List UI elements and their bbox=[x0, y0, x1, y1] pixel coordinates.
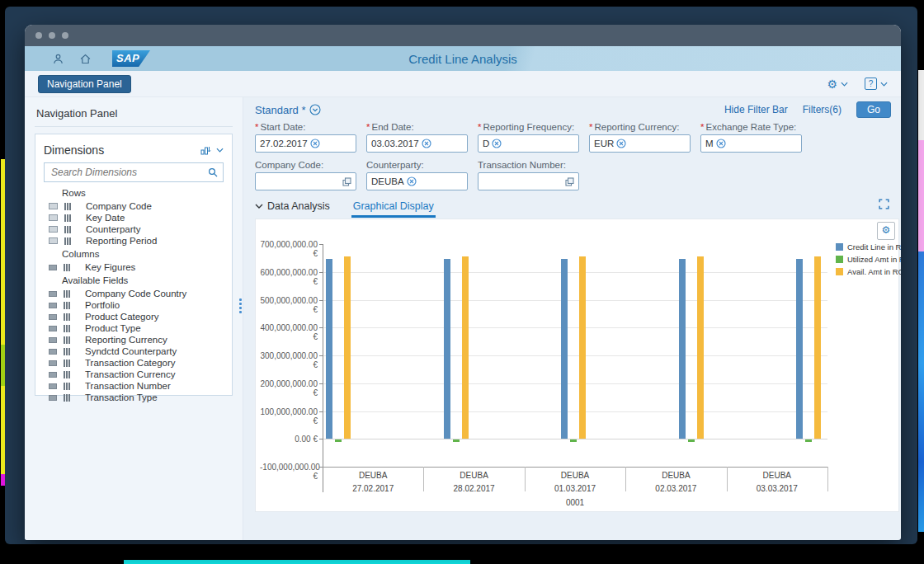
token-remove-icon[interactable] bbox=[616, 139, 626, 148]
window-control-dot[interactable] bbox=[62, 32, 68, 39]
nav-field-item[interactable]: Transaction Category bbox=[44, 357, 224, 369]
go-button[interactable]: Go bbox=[856, 101, 891, 118]
value-help-icon[interactable] bbox=[565, 177, 574, 186]
nav-field-item[interactable]: Key Date bbox=[44, 212, 224, 223]
y-axis-label: 100,000,000.00 € bbox=[260, 407, 318, 425]
nav-field-item[interactable]: Transaction Currency bbox=[44, 369, 224, 380]
splitter-handle[interactable] bbox=[239, 298, 242, 313]
help-menu[interactable]: ? bbox=[865, 78, 888, 90]
token-text: 03.03.2017 bbox=[371, 139, 419, 148]
x-axis-date-label: 01.03.2017 bbox=[525, 484, 625, 493]
legend-item[interactable]: Avail. Amt in RC bbox=[836, 267, 901, 276]
field-group-label: Columns bbox=[44, 248, 224, 260]
bar-segment[interactable] bbox=[805, 439, 812, 442]
field-label: Key Figures bbox=[85, 262, 135, 272]
filter-field-label: *End Date: bbox=[366, 122, 468, 132]
field-label: Product Type bbox=[85, 323, 141, 333]
bar-segment[interactable] bbox=[679, 259, 686, 439]
dimensions-search[interactable] bbox=[44, 162, 224, 182]
token-remove-icon[interactable] bbox=[716, 139, 726, 148]
bar-segment[interactable] bbox=[688, 439, 695, 442]
token-remove-icon[interactable] bbox=[310, 139, 320, 148]
dimension-icon bbox=[64, 371, 70, 378]
bar-segment[interactable] bbox=[814, 256, 821, 439]
search-input[interactable] bbox=[50, 166, 208, 179]
nav-field-item[interactable]: Transaction Type bbox=[44, 392, 224, 403]
window-titlebar[interactable] bbox=[25, 25, 901, 46]
token-remove-icon[interactable] bbox=[407, 176, 417, 186]
settings-menu[interactable]: ⚙ bbox=[827, 78, 848, 90]
gridline bbox=[323, 272, 827, 273]
token-remove-icon[interactable] bbox=[422, 139, 431, 148]
dimension-icon bbox=[64, 348, 70, 355]
nav-field-item[interactable]: Reporting Currency bbox=[44, 334, 224, 345]
nav-field-item[interactable]: Portfolio bbox=[44, 299, 224, 311]
measure-icon bbox=[49, 314, 57, 320]
legend-item[interactable]: Utilized Amt in RC bbox=[836, 255, 901, 264]
gear-icon[interactable]: ⚙ bbox=[827, 78, 837, 90]
bar-segment[interactable] bbox=[444, 259, 450, 439]
hide-filter-bar-link[interactable]: Hide Filter Bar bbox=[724, 104, 788, 115]
filter-input[interactable]: 27.02.2017 bbox=[255, 134, 356, 153]
nav-field-item[interactable]: Product Category bbox=[44, 311, 224, 322]
variant-selector[interactable]: Standard * bbox=[255, 104, 305, 116]
filter-input[interactable]: M bbox=[700, 134, 802, 153]
help-icon[interactable]: ? bbox=[865, 78, 877, 90]
window-control-dot[interactable] bbox=[35, 32, 42, 39]
legend-item[interactable]: Credit Line in RC bbox=[836, 242, 901, 251]
value-help-icon[interactable] bbox=[342, 177, 351, 186]
filter-field-label: *Reporting Currency: bbox=[589, 122, 691, 132]
filter-field: Transaction Number: bbox=[478, 160, 579, 190]
filters-link[interactable]: Filters(6) bbox=[803, 104, 842, 115]
navigation-panel-button[interactable]: Navigation Panel bbox=[38, 75, 131, 93]
filter-input[interactable] bbox=[478, 172, 579, 190]
filter-input[interactable]: D bbox=[478, 134, 579, 153]
dimension-icon bbox=[64, 203, 71, 210]
filter-token: 03.03.2017 bbox=[371, 139, 431, 148]
bar-segment[interactable] bbox=[579, 256, 586, 439]
token-remove-icon[interactable] bbox=[492, 139, 502, 148]
dimensions-settings-icon[interactable] bbox=[200, 146, 211, 155]
bar-segment[interactable] bbox=[453, 439, 460, 442]
bar-segment[interactable] bbox=[570, 439, 577, 442]
field-group-label: Available Fields bbox=[44, 275, 224, 286]
nav-field-item[interactable]: Transaction Number bbox=[44, 380, 224, 392]
fullscreen-icon[interactable] bbox=[879, 198, 889, 218]
tab-graphical-display[interactable]: Graphical Display bbox=[351, 200, 436, 218]
bar-segment[interactable] bbox=[561, 259, 568, 439]
field-label: Reporting Period bbox=[86, 236, 157, 246]
bar-segment[interactable] bbox=[335, 439, 342, 442]
legend-color-swatch bbox=[836, 256, 843, 263]
data-analysis-section-toggle[interactable]: Data Analysis bbox=[255, 200, 330, 218]
filter-input[interactable]: DEUBA bbox=[366, 172, 468, 190]
variant-select-icon[interactable] bbox=[309, 104, 321, 115]
bar-segment[interactable] bbox=[697, 256, 704, 439]
nav-field-item[interactable]: Company Code Country bbox=[44, 288, 224, 299]
legend-label: Utilized Amt in RC bbox=[847, 255, 901, 264]
bar-segment[interactable] bbox=[344, 256, 351, 439]
bar-segment[interactable] bbox=[326, 259, 332, 439]
filter-input[interactable] bbox=[255, 172, 356, 190]
gridline bbox=[323, 300, 827, 301]
nav-field-item[interactable]: Counterparty bbox=[44, 223, 224, 235]
nav-field-item[interactable]: Company Code bbox=[44, 200, 224, 212]
x-axis-line bbox=[323, 467, 827, 468]
nav-field-item[interactable]: Reporting Period bbox=[44, 235, 224, 247]
filter-input[interactable]: EUR bbox=[589, 134, 691, 153]
filter-field: *Exchange Rate Type:M bbox=[700, 122, 802, 153]
screen: ······· SAP Credit Line Analysis Navigat… bbox=[0, 0, 924, 564]
required-indicator: * bbox=[255, 122, 258, 132]
bar-segment[interactable] bbox=[796, 259, 803, 439]
search-icon[interactable] bbox=[208, 167, 218, 177]
nav-field-item[interactable]: Key Figures bbox=[44, 261, 224, 273]
nav-field-item[interactable]: Product Type bbox=[44, 322, 224, 334]
window-control-dot[interactable] bbox=[49, 32, 55, 39]
y-axis-label: -100,000,000.00 € bbox=[260, 463, 318, 481]
bar-segment[interactable] bbox=[462, 256, 469, 439]
dimension-icon bbox=[64, 336, 70, 344]
filter-input[interactable]: 03.03.2017 bbox=[366, 134, 468, 153]
chart-settings-icon[interactable]: ⚙ bbox=[877, 222, 895, 240]
nav-field-item[interactable]: Syndctd Counterparty bbox=[44, 345, 224, 357]
chevron-down-icon[interactable] bbox=[216, 148, 224, 153]
dimension-icon bbox=[64, 360, 70, 367]
